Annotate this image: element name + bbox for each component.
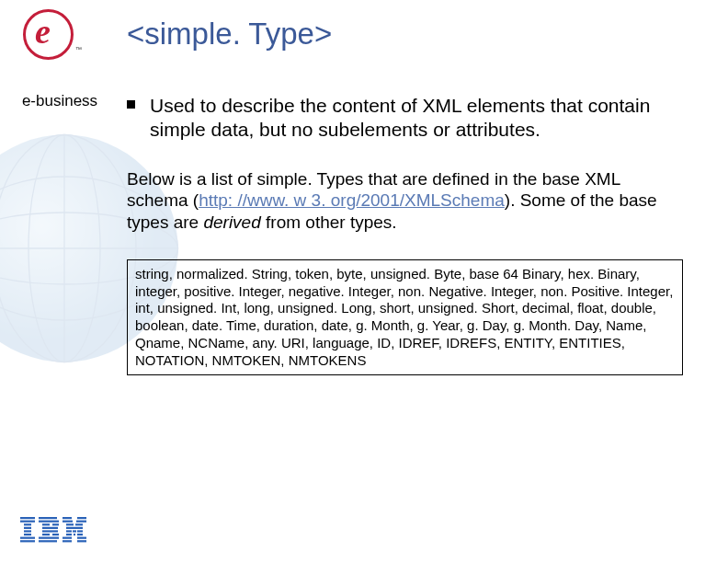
svg-rect-29 <box>66 523 74 525</box>
svg-rect-39 <box>77 537 86 539</box>
slide-title: <simple. Type> <box>127 17 332 52</box>
svg-rect-24 <box>39 540 57 542</box>
svg-rect-22 <box>52 534 59 535</box>
svg-rect-16 <box>39 521 59 523</box>
svg-rect-34 <box>77 530 83 532</box>
svg-rect-36 <box>74 534 75 535</box>
desc-post: from other types. <box>261 213 397 232</box>
svg-rect-20 <box>42 530 58 532</box>
svg-rect-10 <box>24 527 31 529</box>
svg-rect-35 <box>66 534 72 535</box>
svg-rect-40 <box>63 540 72 542</box>
svg-rect-18 <box>52 523 59 525</box>
svg-rect-41 <box>77 540 86 542</box>
svg-rect-32 <box>66 530 72 532</box>
svg-rect-37 <box>77 534 83 535</box>
description-paragraph: Below is a list of simple. Types that ar… <box>127 168 678 234</box>
svg-rect-9 <box>24 523 31 525</box>
svg-rect-19 <box>42 527 58 529</box>
svg-rect-7 <box>20 517 35 519</box>
svg-rect-14 <box>20 540 35 542</box>
svg-rect-30 <box>75 523 83 525</box>
bullet-square-icon <box>127 100 135 109</box>
svg-rect-38 <box>63 537 72 539</box>
bullet-text: Used to describe the content of XML elem… <box>150 94 678 143</box>
sidebar-label: e-business <box>18 92 101 110</box>
svg-rect-12 <box>24 534 31 535</box>
slide-content: Used to describe the content of XML elem… <box>127 94 678 375</box>
svg-rect-26 <box>77 517 86 519</box>
svg-rect-21 <box>42 534 50 535</box>
svg-rect-23 <box>39 537 59 539</box>
svg-rect-28 <box>76 521 86 523</box>
svg-rect-11 <box>24 530 31 532</box>
bullet-item: Used to describe the content of XML elem… <box>127 94 678 143</box>
ibm-logo-icon <box>20 517 86 543</box>
svg-rect-17 <box>42 523 50 525</box>
desc-italic: derived <box>203 213 260 232</box>
svg-rect-31 <box>66 527 83 529</box>
svg-rect-8 <box>20 521 35 523</box>
svg-rect-15 <box>39 517 57 519</box>
types-list-box: string, normalized. String, token, byte,… <box>127 259 683 376</box>
schema-link[interactable]: http: //www. w 3. org/2001/XMLSchema <box>199 190 505 210</box>
ebusiness-logo-icon: e ™ <box>18 9 78 60</box>
svg-rect-33 <box>73 530 76 532</box>
svg-rect-25 <box>63 517 72 519</box>
svg-rect-27 <box>63 521 73 523</box>
svg-rect-13 <box>20 537 35 539</box>
